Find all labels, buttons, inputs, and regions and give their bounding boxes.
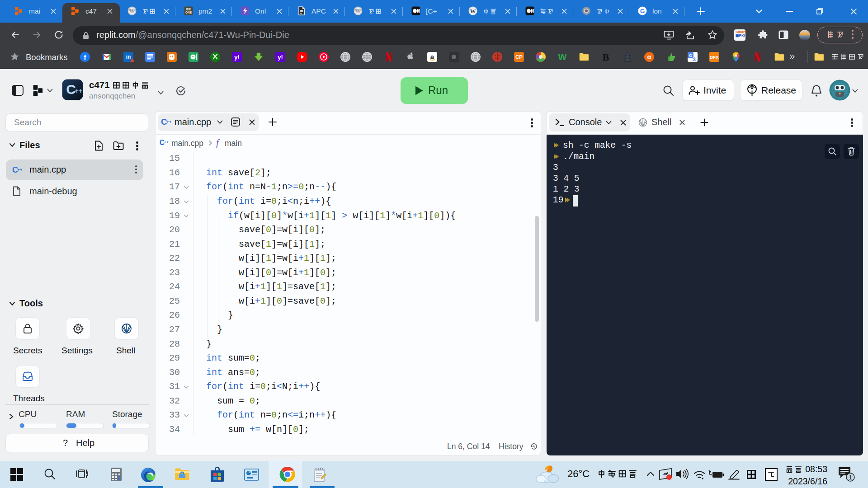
svg-text:α: α xyxy=(647,53,651,61)
svg-text:++: ++ xyxy=(164,141,168,145)
svg-text:y!: y! xyxy=(234,54,240,61)
svg-text:G: G xyxy=(689,53,692,58)
svg-text:IDE: IDE xyxy=(186,8,191,11)
svg-text:文: 文 xyxy=(692,57,697,61)
svg-text:1: 1 xyxy=(849,474,852,481)
svg-text:C: C xyxy=(66,82,76,97)
svg-text:++: ++ xyxy=(166,119,171,124)
svg-text:ZERO: ZERO xyxy=(354,9,362,11)
svg-text:W: W xyxy=(558,52,567,62)
svg-text:ZERO: ZERO xyxy=(128,9,136,11)
svg-text:G: G xyxy=(640,8,645,14)
svg-text:DFX: DFX xyxy=(710,55,719,60)
svg-text:y!: y! xyxy=(278,54,283,61)
svg-text:++: ++ xyxy=(75,87,82,94)
svg-text:CP: CP xyxy=(515,54,523,60)
svg-text:B: B xyxy=(603,52,609,62)
svg-text:a: a xyxy=(430,53,434,61)
svg-text:f: f xyxy=(84,54,86,61)
svg-text:in: in xyxy=(126,54,131,60)
svg-text:W: W xyxy=(470,8,476,14)
svg-text:ONE: ONE xyxy=(185,11,192,14)
svg-text:++: ++ xyxy=(17,167,22,172)
